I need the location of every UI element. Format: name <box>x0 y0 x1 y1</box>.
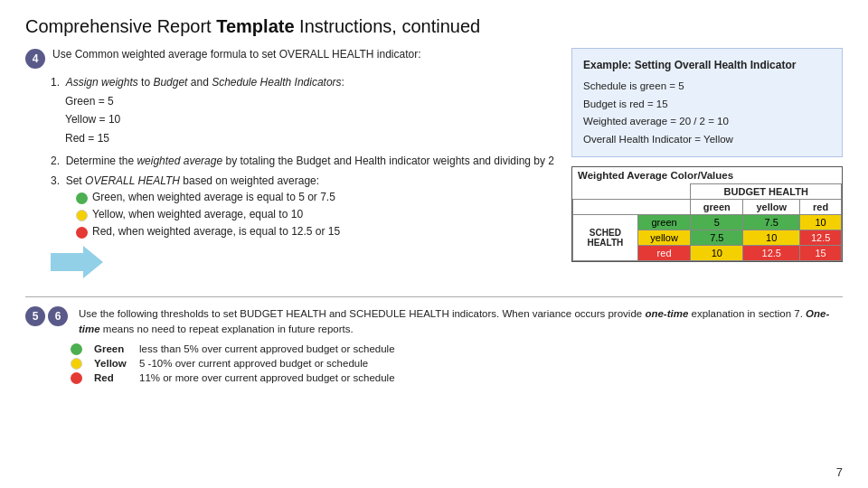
wa-subheader-row: green yellow red <box>573 199 842 214</box>
wa-sh-label <box>573 199 691 214</box>
example-line3: Overall Health Indicator = Yellow <box>583 131 831 149</box>
wa-col-red: red <box>800 199 842 214</box>
val-yg: 7.5 <box>691 230 743 245</box>
bottom-red-row: Red 11% or more over current approved bu… <box>71 372 843 384</box>
bottom-main-text: Use the following thresholds to set BUDG… <box>79 306 843 338</box>
val-ry: 12.5 <box>743 245 800 260</box>
step4-circle: 4 <box>25 49 45 69</box>
title-bold: Template <box>216 16 294 36</box>
val-yr: 12.5 <box>800 230 842 245</box>
val-rr: 15 <box>800 245 842 260</box>
example-line1: Budget is red = 15 <box>583 96 831 114</box>
circles-56: 5 6 <box>25 306 68 326</box>
val-yy: 10 <box>743 230 800 245</box>
wa-budget-header: BUDGET HEALTH <box>691 183 842 199</box>
right-arrow-icon <box>51 246 105 278</box>
example-title: Example: Setting Overall Health Indicato… <box>583 56 831 74</box>
left-column: 4 Use Common weighted average formula to… <box>25 48 555 286</box>
example-line2: Weighted average = 20 / 2 = 10 <box>583 113 831 131</box>
bottom-green-label: Green <box>94 343 132 354</box>
bottom-step-row: 5 6 Use the following thresholds to set … <box>25 306 843 338</box>
substep3: 3. Set OVERALL HEALTH based on weighted … <box>51 174 555 239</box>
green-weight: Green = 5 <box>65 92 555 110</box>
sh-yellow-label: yellow <box>637 230 691 245</box>
bottom-yellow-row: Yellow 5 -10% over current approved budg… <box>71 358 843 370</box>
bottom-text-normal3: means no need to repeat explanation in f… <box>100 324 354 334</box>
step4-label: Use Common weighted average formula to s… <box>52 48 421 61</box>
bottom-green-dot <box>71 343 82 355</box>
bottom-green-desc: less than 5% over current approved budge… <box>139 343 395 354</box>
bottom-text-normal2: explanation in section 7. <box>688 308 806 319</box>
step6-circle: 6 <box>48 306 68 326</box>
page-number: 7 <box>836 465 843 479</box>
substep3-label: 3. Set OVERALL HEALTH based on weighted … <box>51 174 555 187</box>
page-title: Comprehensive Report Template Instructio… <box>25 16 843 37</box>
yellow-dot <box>76 210 88 221</box>
main-content: 4 Use Common weighted average formula to… <box>25 48 843 286</box>
substep1-label: 1. Assign weights to Budget and Schedule… <box>51 76 555 89</box>
wa-title: Weighted Average Color/Values <box>572 167 842 183</box>
weights-indent: Green = 5 Yellow = 10 Red = 15 <box>65 92 555 147</box>
wa-col-green: green <box>691 199 743 214</box>
val-rg: 10 <box>691 245 743 260</box>
wa-empty <box>573 183 691 199</box>
svg-marker-0 <box>51 246 103 278</box>
bottom-red-desc: 11% or more over current approved budget… <box>139 372 395 383</box>
substep1: 1. Assign weights to Budget and Schedule… <box>51 76 555 147</box>
bullet-green: Green, when weighted average is equal to… <box>76 191 555 204</box>
bottom-red-dot <box>71 372 82 384</box>
title-rest: Instructions, continued <box>295 16 481 36</box>
sched-health-label: SCHEDHEALTH <box>573 214 638 260</box>
bullet-red: Red, when weighted average, is equal to … <box>76 225 555 239</box>
val-gy: 7.5 <box>743 214 800 230</box>
step5-circle: 5 <box>25 306 45 326</box>
bullet-yellow: Yellow, when weighted average, equal to … <box>76 208 555 221</box>
step4-row: 4 Use Common weighted average formula to… <box>25 48 555 69</box>
val-gr: 10 <box>800 214 842 230</box>
wa-row-green: SCHEDHEALTH green 5 7.5 10 <box>573 214 842 230</box>
bottom-bullets: Green less than 5% over current approved… <box>71 343 843 384</box>
bottom-italic: one-time <box>645 308 688 319</box>
substep1-assign: Assign weights <box>66 76 138 89</box>
wa-col-yellow: yellow <box>743 199 800 214</box>
arrow-area <box>51 246 555 278</box>
substep2: 2. Determine the weighted average by tot… <box>51 155 555 167</box>
page: Comprehensive Report Template Instructio… <box>0 0 868 488</box>
wa-header-row: BUDGET HEALTH <box>573 183 842 199</box>
green-dot <box>76 192 88 204</box>
sh-red-label: red <box>637 245 691 260</box>
right-column: Example: Setting Overall Health Indicato… <box>571 48 843 286</box>
bottom-green-row: Green less than 5% over current approved… <box>71 343 843 355</box>
bottom-yellow-label: Yellow <box>94 358 132 369</box>
val-gg: 5 <box>691 214 743 230</box>
wa-box: Weighted Average Color/Values BUDGET HEA… <box>571 166 843 262</box>
substep2-label: 2. Determine the weighted average by tot… <box>51 155 555 167</box>
bottom-yellow-desc: 5 -10% over current approved budget or s… <box>139 358 368 369</box>
sh-green-label: green <box>637 214 691 230</box>
red-dot <box>76 227 88 239</box>
example-line0: Schedule is green = 5 <box>583 78 831 96</box>
bottom-yellow-dot <box>71 358 82 370</box>
example-box: Example: Setting Overall Health Indicato… <box>571 48 843 157</box>
title-normal: Comprehensive Report <box>25 16 216 36</box>
red-weight: Red = 15 <box>65 129 555 147</box>
wa-table: BUDGET HEALTH green yellow red SCHEDHEAL… <box>572 183 842 261</box>
bottom-section: 5 6 Use the following thresholds to set … <box>25 296 843 384</box>
bottom-text-normal: Use the following thresholds to set BUDG… <box>79 308 645 319</box>
yellow-weight: Yellow = 10 <box>65 110 555 128</box>
bottom-red-label: Red <box>94 372 132 383</box>
